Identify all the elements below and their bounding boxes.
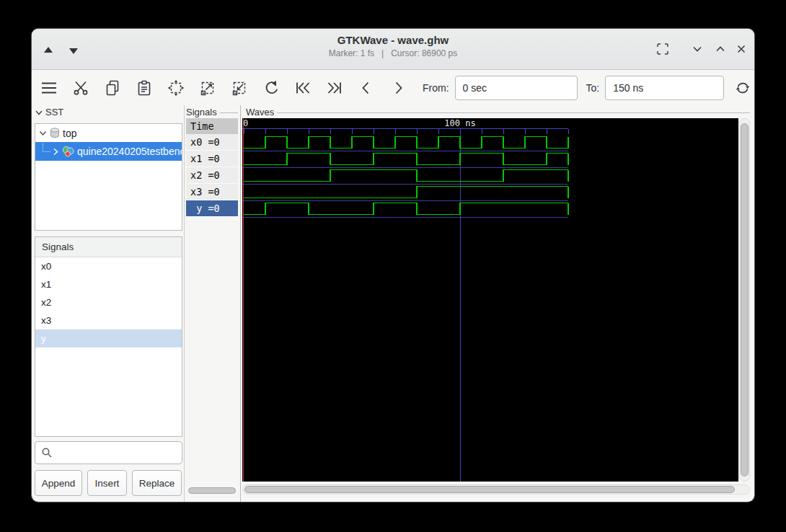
search-icon bbox=[41, 447, 53, 458]
search-input[interactable] bbox=[57, 447, 187, 459]
wave-signal-y bbox=[244, 203, 568, 215]
close-icon[interactable] bbox=[735, 43, 748, 56]
zoom-in-icon[interactable] bbox=[199, 79, 216, 97]
timeline-label: 100 ns bbox=[444, 118, 475, 128]
marker-readout: Marker: 1 fs bbox=[329, 48, 374, 58]
component-icon bbox=[62, 146, 74, 157]
maximize-icon[interactable] bbox=[714, 43, 727, 56]
from-label: From: bbox=[423, 82, 449, 94]
wave-hscrollbar-thumb[interactable] bbox=[244, 486, 735, 493]
name-row-x3[interactable]: x3 =0 bbox=[186, 184, 238, 200]
cut-icon[interactable] bbox=[72, 79, 89, 97]
signal-list-item-x0[interactable]: x0 bbox=[35, 257, 182, 275]
signal-list-item-x3[interactable]: x3 bbox=[35, 311, 182, 329]
waveform-svg: 0100 ns bbox=[242, 118, 738, 482]
append-button[interactable]: Append bbox=[35, 470, 82, 496]
window-subtitle: Marker: 1 fs|Cursor: 86900 ps bbox=[32, 48, 754, 58]
name-row-x0[interactable]: x0 =0 bbox=[186, 134, 238, 151]
names-frame-label: Signals bbox=[186, 107, 238, 118]
pane-splitter[interactable] bbox=[240, 105, 241, 502]
step-forward-icon[interactable] bbox=[389, 79, 407, 97]
wave-signal-x2 bbox=[244, 170, 568, 182]
signal-list-item-x1[interactable]: x1 bbox=[35, 275, 182, 293]
undo-icon[interactable] bbox=[262, 79, 280, 97]
chevron-right-icon bbox=[52, 148, 59, 156]
wave-vscrollbar-thumb[interactable] bbox=[741, 123, 749, 476]
minimize-icon[interactable] bbox=[691, 43, 704, 56]
waves-frame-label: Waves bbox=[246, 107, 750, 118]
wave-signal-x3 bbox=[244, 187, 568, 198]
name-row-y[interactable]: y =0 bbox=[186, 200, 238, 217]
window-title: GTKWave - wave.ghw bbox=[32, 34, 754, 46]
insert-button[interactable]: Insert bbox=[87, 470, 127, 496]
paste-icon[interactable] bbox=[136, 79, 153, 97]
timeline-label: 0 bbox=[243, 118, 248, 128]
tree-item-testbench[interactable]: quine20240205testbench bbox=[35, 142, 182, 161]
to-input[interactable] bbox=[605, 76, 724, 100]
tree-item-label: top bbox=[63, 128, 76, 139]
signal-list-item-x2[interactable]: x2 bbox=[35, 293, 182, 311]
signal-search-header: Signals bbox=[35, 237, 182, 257]
sst-expander[interactable]: SST bbox=[35, 107, 63, 118]
signal-search-panel: Signals x0x1x2x3y bbox=[35, 236, 182, 437]
wave-canvas[interactable]: 0100 ns bbox=[242, 118, 738, 482]
zoom-fit-icon[interactable] bbox=[167, 79, 185, 97]
chevron-down-icon bbox=[39, 129, 47, 137]
fast-backward-icon[interactable] bbox=[294, 79, 312, 97]
reload-icon[interactable] bbox=[734, 79, 751, 97]
fast-forward-icon[interactable] bbox=[326, 79, 343, 97]
signal-list-item-y[interactable]: y bbox=[35, 329, 182, 347]
copy-icon[interactable] bbox=[104, 79, 121, 97]
from-input[interactable] bbox=[455, 76, 578, 100]
name-row-x2[interactable]: x2 =0 bbox=[186, 167, 238, 184]
tree-guide bbox=[43, 143, 50, 152]
signal-search-box[interactable] bbox=[35, 441, 182, 464]
replace-button[interactable]: Replace bbox=[132, 470, 182, 496]
step-backward-icon[interactable] bbox=[358, 79, 375, 97]
names-hscrollbar-thumb[interactable] bbox=[188, 487, 236, 494]
signal-name-rows: x0 =0x1 =0x2 =0x3 =0 y =0 bbox=[186, 134, 238, 217]
cursor-readout: Cursor: 86900 ps bbox=[391, 48, 457, 58]
tree-item-top[interactable]: top bbox=[35, 124, 182, 142]
zoom-out-icon[interactable] bbox=[231, 79, 248, 97]
sst-label: SST bbox=[45, 107, 63, 118]
toolbar: From: To: bbox=[32, 70, 754, 105]
module-icon bbox=[50, 128, 60, 138]
signal-search-list: x0x1x2x3y bbox=[35, 257, 182, 347]
panel-divider bbox=[184, 105, 185, 502]
wave-signal-x1 bbox=[244, 154, 568, 165]
gtkwave-window: GTKWave - wave.ghw Marker: 1 fs|Cursor: … bbox=[32, 29, 754, 502]
wave-signal-x0 bbox=[244, 137, 568, 148]
name-row-x1[interactable]: x1 =0 bbox=[186, 151, 238, 167]
fit-screen-icon[interactable] bbox=[656, 43, 669, 56]
subtitle-separator: | bbox=[381, 48, 384, 58]
chevron-down-icon bbox=[35, 108, 43, 117]
desktop-background: GTKWave - wave.ghw Marker: 1 fs|Cursor: … bbox=[0, 0, 786, 532]
menu-icon[interactable] bbox=[40, 79, 58, 97]
titlebar[interactable]: GTKWave - wave.ghw Marker: 1 fs|Cursor: … bbox=[32, 29, 754, 70]
tree-item-label: quine20240205testbench bbox=[77, 146, 182, 157]
time-column-header[interactable]: Time bbox=[186, 118, 238, 134]
sst-tree: top quine20240205testbench bbox=[35, 123, 182, 231]
to-label: To: bbox=[586, 82, 600, 94]
